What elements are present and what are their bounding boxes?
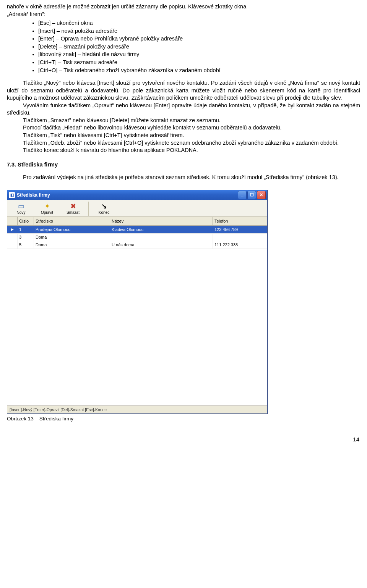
list-item: [Ctrl+O] – Tisk odebraného zboží vybrané…	[38, 67, 360, 74]
cell-cislo: 5	[18, 241, 34, 249]
header-nazev[interactable]: Název	[110, 217, 213, 225]
cell-telefon	[213, 234, 267, 241]
cell-stredisko: Doma	[34, 241, 110, 249]
cell-telefon: 123 456 789	[213, 226, 267, 233]
row-marker-icon	[7, 234, 18, 241]
header-telefon[interactable]: Telefon	[213, 217, 267, 225]
smazat-button[interactable]: ✖ Smazat	[60, 202, 89, 216]
cell-nazev: Kladiva Olomouc	[110, 226, 213, 233]
table-row[interactable]: 3 Doma	[7, 234, 267, 241]
new-icon: ▭	[10, 202, 32, 210]
novy-button[interactable]: ▭ Nový	[8, 202, 34, 216]
toolbar-label: Smazat	[67, 210, 80, 215]
cell-nazev	[110, 234, 213, 241]
intro-line-2: „Adresář firem":	[7, 11, 360, 18]
header-cislo[interactable]: Číslo	[18, 217, 34, 225]
list-item: [Ctrl+T] – Tisk seznamu adreáře	[38, 59, 360, 66]
window-title: Střediska firmy	[17, 192, 238, 198]
edit-icon: ✦	[36, 202, 58, 210]
toolbar-label: Opravit	[41, 210, 53, 215]
paragraph-block-2: Vyvoláním funkce tlačítkem „Opravit" neb…	[7, 102, 360, 117]
paragraph-block-1: Tlačítko „Nový" nebo klávesa [Insert] sl…	[7, 79, 360, 102]
paragraph-block-7: Tlačítko konec slouží k návratu do hlavn…	[7, 147, 360, 154]
list-item: [Insert] – nová položka adresáře	[38, 27, 360, 35]
exit-icon: ↘	[93, 202, 115, 210]
paragraph-block-5: Tlačítkem „Tisk" nebo klávesami [Ctrl+T]…	[7, 132, 360, 139]
grid-header: Číslo Středisko Název Telefon	[7, 217, 267, 226]
header-marker[interactable]	[7, 217, 18, 225]
paragraph-block-6: Tlačítkem „Odeb. zboží" nebo klávesami […	[7, 139, 360, 147]
table-row[interactable]: 5 Doma U nás doma 111 222 333	[7, 241, 267, 249]
header-stredisko[interactable]: Středisko	[34, 217, 110, 225]
list-item: [libovolný znak] – hledání dle názvu fir…	[38, 51, 360, 58]
toolbar: ▭ Nový ✦ Opravit ✖ Smazat ↘ Konec	[7, 200, 267, 217]
maximize-button[interactable]: ☐	[247, 191, 256, 199]
page-number: 14	[7, 436, 360, 443]
intro-line-1: nahoře v okně adresáře je možné zobrazit…	[7, 3, 360, 11]
toolbar-label: Konec	[99, 210, 109, 215]
minimize-button[interactable]: _	[238, 191, 247, 199]
shortcut-list: [Esc] – ukončení okna [Insert] – nová po…	[7, 19, 360, 74]
section-text: Pro zadávání výdejek na jiná střediska j…	[7, 174, 360, 181]
strediska-window: ◧ Střediska firmy _ ☐ ✕ ▭ Nový ✦ Opravit…	[7, 190, 268, 414]
statusbar: [Insert]-Nový [Enter]-Opravit [Del]-Smaz…	[7, 405, 267, 414]
cell-stredisko: Prodejna Olomouc	[34, 226, 110, 233]
cell-cislo: 3	[18, 234, 34, 241]
table-row[interactable]: ▶ 1 Prodejna Olomouc Kladiva Olomouc 123…	[7, 226, 267, 234]
app-icon: ◧	[9, 192, 15, 198]
close-button[interactable]: ✕	[257, 191, 266, 199]
cell-telefon: 111 222 333	[213, 241, 267, 249]
titlebar[interactable]: ◧ Střediska firmy _ ☐ ✕	[7, 190, 267, 200]
paragraph-block-4: Pomocí tlačítka „Hledat" nebo libovolnou…	[7, 124, 360, 132]
paragraph-block-3: Tlačítkem „Smazat" nebo klávesou [Delete…	[7, 117, 360, 124]
list-item: [Enter] – Oprava nebo Prohlídka vybrané …	[38, 35, 360, 43]
section-heading: 7.3. Střediska firmy	[7, 161, 360, 169]
figure-caption: Obrázek 13 – Střediska firmy	[7, 415, 360, 422]
grid-body[interactable]: ▶ 1 Prodejna Olomouc Kladiva Olomouc 123…	[7, 226, 267, 405]
list-item: [Delete] – Smazání položky adresáře	[38, 43, 360, 51]
delete-icon: ✖	[62, 202, 84, 210]
opravit-button[interactable]: ✦ Opravit	[34, 202, 60, 216]
toolbar-label: Nový	[17, 210, 26, 215]
cell-nazev: U nás doma	[110, 241, 213, 249]
row-marker-icon: ▶	[7, 226, 18, 233]
cell-stredisko: Doma	[34, 234, 110, 241]
list-item: [Esc] – ukončení okna	[38, 19, 360, 27]
konec-button[interactable]: ↘ Konec	[91, 202, 117, 216]
cell-cislo: 1	[18, 226, 34, 233]
row-marker-icon	[7, 241, 18, 249]
